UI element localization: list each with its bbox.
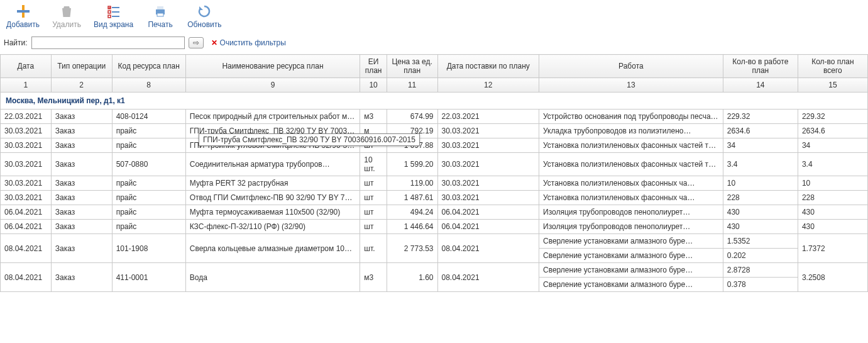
cell-code: прайс — [112, 220, 185, 234]
cell-work: Устройство основания под трубопроводы пе… — [539, 110, 723, 124]
table-row[interactable]: 30.03.2021ЗаказпрайсГПИ-тройник угловой … — [1, 138, 868, 153]
cell-deliv: 30.03.2021 — [437, 191, 539, 205]
cell-price: 1.60 — [387, 263, 437, 292]
cell-deliv: 22.03.2021 — [437, 110, 539, 124]
cell-work: Сверление установками алмазного буре… — [539, 278, 723, 292]
col-price[interactable]: Цена за ед. план — [387, 55, 437, 78]
group-header-cell: Москва, Мельницкий пер, д1, к1 — [1, 93, 868, 110]
col-code[interactable]: Код ресурса план — [112, 55, 185, 78]
col-qwork[interactable]: Кол-во в работе план — [723, 55, 798, 78]
cell-code: прайс — [112, 138, 185, 153]
search-go-button[interactable]: ⇨ — [189, 37, 204, 48]
close-icon: ✕ — [211, 38, 217, 47]
data-table: Дата Тип операции Код ресурса план Наиме… — [0, 54, 868, 292]
cell-name: Вода — [185, 263, 360, 292]
cell-op: Заказ — [51, 220, 112, 234]
cell-date: 30.03.2021 — [1, 138, 52, 153]
cell-name: КЗС-флекс-П-32/110 (РФ) (32/90) — [185, 220, 360, 234]
cell-unit: м3 — [360, 263, 387, 292]
table-row[interactable]: 06.04.2021ЗаказпрайсМуфта термоусаживаем… — [1, 205, 868, 220]
search-input[interactable] — [31, 37, 185, 49]
cell-deliv: 30.03.2021 — [437, 138, 539, 153]
refresh-button[interactable]: Обновить — [187, 4, 221, 29]
table-row[interactable]: 08.04.2021Заказ101-1908Сверла кольцевые … — [1, 234, 868, 249]
cell-name: Отвод ГПИ Смитфлекс-ПВ 90 32/90 ТУ BY 70… — [185, 191, 360, 205]
search-bar: Найти: ⇨ ✕ Очистить фильтры — [0, 30, 868, 54]
cell-qwork: 3.4 — [723, 153, 798, 176]
view-button[interactable]: Вид экрана — [94, 4, 133, 29]
header-row: Дата Тип операции Код ресурса план Наиме… — [1, 55, 868, 78]
add-label: Добавить — [6, 20, 40, 29]
cell-qplan: 430 — [798, 205, 867, 220]
cell-unit: шт — [360, 205, 387, 220]
col-op[interactable]: Тип операции — [51, 55, 112, 78]
print-button[interactable]: Печать — [145, 4, 176, 29]
cell-qwork: 228 — [723, 191, 798, 205]
cell-name: Муфта термоусаживаемая 110x500 (32/90) — [185, 205, 360, 220]
col-unit[interactable]: ЕИ план — [360, 55, 387, 78]
svg-rect-9 — [157, 6, 163, 9]
col-date[interactable]: Дата — [1, 55, 52, 78]
column-number-row: 1 2 8 9 10 11 12 13 14 15 — [1, 78, 868, 93]
cell-unit: шт — [360, 191, 387, 205]
cell-price: 674.99 — [387, 110, 437, 124]
cell-code: 411-0001 — [112, 263, 185, 292]
cell-deliv: 08.04.2021 — [437, 234, 539, 263]
cell-unit: м3 — [360, 110, 387, 124]
col-name[interactable]: Наименование ресурса план — [185, 55, 360, 78]
cell-price: 1 446.64 — [387, 220, 437, 234]
refresh-label: Обновить — [187, 20, 221, 29]
cell-deliv: 08.04.2021 — [437, 263, 539, 292]
cell-qwork: 0.378 — [723, 278, 798, 292]
group-header-row[interactable]: Москва, Мельницкий пер, д1, к1 — [1, 93, 868, 110]
table-row[interactable]: 30.03.2021ЗаказпрайсОтвод ГПИ Смитфлекс-… — [1, 191, 868, 205]
view-label: Вид экрана — [94, 20, 133, 29]
delete-button: Удалить — [51, 4, 82, 29]
cell-op: Заказ — [51, 124, 112, 138]
cell-qwork: 2.8728 — [723, 263, 798, 278]
cell-price: 2 773.53 — [387, 234, 437, 263]
clear-filters-button[interactable]: ✕ Очистить фильтры — [211, 38, 286, 47]
cell-unit: 10 шт. — [360, 153, 387, 176]
cell-op: Заказ — [51, 191, 112, 205]
col-deliv[interactable]: Дата поставки по плану — [437, 55, 539, 78]
cell-price: 1 487.61 — [387, 191, 437, 205]
cell-price: 1 599.20 — [387, 153, 437, 176]
cell-qwork: 10 — [723, 176, 798, 191]
cell-date: 22.03.2021 — [1, 110, 52, 124]
cell-date: 08.04.2021 — [1, 263, 52, 292]
cell-qplan: 228 — [798, 191, 867, 205]
col-qplan[interactable]: Кол-во план всего — [798, 55, 867, 78]
table-row[interactable]: 30.03.2021ЗаказпрайсМуфта PERT 32 растру… — [1, 176, 868, 191]
cell-op: Заказ — [51, 110, 112, 124]
table-row[interactable]: 22.03.2021Заказ408-0124Песок природный д… — [1, 110, 868, 124]
cell-code: прайс — [112, 191, 185, 205]
col-work[interactable]: Работа — [539, 55, 723, 78]
cell-name: Соединительная арматура трубопров… — [185, 153, 360, 176]
cell-op: Заказ — [51, 263, 112, 292]
trash-icon — [59, 4, 74, 19]
cell-date: 08.04.2021 — [1, 234, 52, 263]
print-icon — [153, 4, 168, 19]
cell-work: Укладка трубопроводов из полиэтилено… — [539, 124, 723, 138]
cell-qplan: 34 — [798, 138, 867, 153]
table-row[interactable]: 06.04.2021ЗаказпрайсКЗС-флекс-П-32/110 (… — [1, 220, 868, 234]
cell-deliv: 30.03.2021 — [437, 124, 539, 138]
tooltip: ГПИ-труба Смитфлекс_ПВ 32/90 ТУ BY 70036… — [199, 133, 420, 146]
cell-work: Изоляция трубопроводов пенополиурет… — [539, 220, 723, 234]
add-button[interactable]: Добавить — [6, 4, 40, 29]
table-row[interactable]: 08.04.2021Заказ411-0001Водам31.6008.04.2… — [1, 263, 868, 278]
table-row[interactable]: 30.03.2021ЗаказпрайсГПИ-труба Смитфлекс_… — [1, 124, 868, 138]
table-row[interactable]: 30.03.2021Заказ507-0880Соединительная ар… — [1, 153, 868, 176]
cell-unit: шт. — [360, 234, 387, 263]
cell-unit: шт — [360, 176, 387, 191]
cell-op: Заказ — [51, 205, 112, 220]
cell-qplan: 3.4 — [798, 153, 867, 176]
cell-work: Сверление установками алмазного буре… — [539, 263, 723, 278]
cell-code: 507-0880 — [112, 153, 185, 176]
cell-work: Изоляция трубопроводов пенополиурет… — [539, 205, 723, 220]
cell-work: Установка полиэтиленовых фасонных ча… — [539, 176, 723, 191]
cell-date: 30.03.2021 — [1, 191, 52, 205]
cell-qplan: 10 — [798, 176, 867, 191]
cell-price: 119.00 — [387, 176, 437, 191]
